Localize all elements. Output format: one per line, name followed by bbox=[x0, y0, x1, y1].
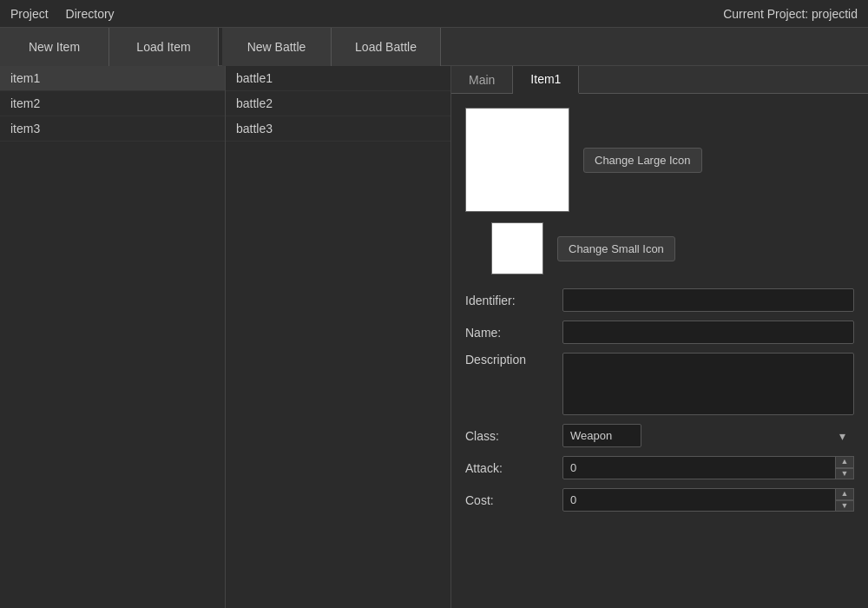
identifier-label: Identifier: bbox=[465, 294, 552, 307]
change-small-icon-button[interactable]: Change Small Icon bbox=[557, 236, 675, 261]
name-row: Name: bbox=[465, 321, 854, 344]
description-row: Description bbox=[465, 353, 854, 415]
tab-main[interactable]: Main bbox=[451, 66, 513, 94]
list-item[interactable]: battle3 bbox=[226, 116, 450, 142]
menu-directory[interactable]: Directory bbox=[66, 7, 115, 21]
attack-down-arrow[interactable]: ▼ bbox=[835, 468, 854, 480]
item-list-panel: item1 item2 item3 bbox=[0, 66, 226, 608]
small-icon-preview bbox=[491, 222, 543, 274]
list-item[interactable]: item1 bbox=[0, 66, 225, 91]
list-item[interactable]: battle2 bbox=[226, 91, 450, 116]
description-input[interactable] bbox=[562, 353, 854, 415]
toolbar: New Item Load Item New Battle Load Battl… bbox=[0, 28, 868, 66]
item-editor: Change Large Icon Change Small Icon Iden… bbox=[451, 94, 868, 608]
class-label: Class: bbox=[465, 429, 552, 443]
content-panel: Main Item1 Change Large Icon Change Smal… bbox=[451, 66, 868, 608]
battle-list-panel: battle1 battle2 battle3 bbox=[226, 66, 451, 608]
current-project-label: Current Project: projectid bbox=[723, 7, 858, 21]
large-icon-row: Change Large Icon bbox=[465, 108, 702, 212]
class-select-wrapper: Weapon Armor Accessory Consumable bbox=[562, 424, 854, 447]
attack-up-arrow[interactable]: ▲ bbox=[835, 456, 854, 468]
attack-label: Attack: bbox=[465, 461, 552, 475]
cost-up-arrow[interactable]: ▲ bbox=[835, 488, 854, 500]
load-item-button[interactable]: Load Item bbox=[109, 28, 219, 66]
menu-left: Project Directory bbox=[10, 7, 115, 21]
menu-bar: Project Directory Current Project: proje… bbox=[0, 0, 868, 28]
change-large-icon-button[interactable]: Change Large Icon bbox=[583, 148, 702, 173]
tabs: Main Item1 bbox=[451, 66, 868, 94]
cost-row: Cost: ▲ ▼ bbox=[465, 488, 854, 512]
cost-label: Cost: bbox=[465, 493, 552, 507]
list-item[interactable]: battle1 bbox=[226, 66, 450, 91]
description-label: Description bbox=[465, 353, 552, 367]
cost-spinbox-wrapper: ▲ ▼ bbox=[562, 488, 854, 512]
large-icon-preview bbox=[465, 108, 569, 212]
identifier-input[interactable] bbox=[562, 288, 854, 312]
icons-section: Change Large Icon Change Small Icon bbox=[465, 108, 854, 274]
icons-stack: Change Large Icon Change Small Icon bbox=[465, 108, 702, 274]
name-input[interactable] bbox=[562, 321, 854, 344]
load-battle-button[interactable]: Load Battle bbox=[332, 28, 441, 66]
new-battle-button[interactable]: New Battle bbox=[222, 28, 332, 66]
small-icon-row: Change Small Icon bbox=[491, 222, 702, 274]
new-item-button[interactable]: New Item bbox=[0, 28, 109, 66]
cost-input[interactable] bbox=[562, 488, 854, 512]
tab-item1[interactable]: Item1 bbox=[513, 66, 579, 94]
class-select[interactable]: Weapon Armor Accessory Consumable bbox=[562, 424, 641, 447]
attack-spinbox-wrapper: ▲ ▼ bbox=[562, 456, 854, 479]
list-item[interactable]: item2 bbox=[0, 91, 225, 116]
class-row: Class: Weapon Armor Accessory Consumable bbox=[465, 424, 854, 447]
list-item[interactable]: item3 bbox=[0, 116, 225, 142]
cost-spinbox-arrows: ▲ ▼ bbox=[835, 488, 854, 512]
identifier-row: Identifier: bbox=[465, 288, 854, 312]
main-layout: item1 item2 item3 battle1 battle2 battle… bbox=[0, 66, 868, 608]
name-label: Name: bbox=[465, 326, 552, 340]
cost-down-arrow[interactable]: ▼ bbox=[835, 500, 854, 512]
attack-row: Attack: ▲ ▼ bbox=[465, 456, 854, 479]
attack-spinbox-arrows: ▲ ▼ bbox=[835, 456, 854, 479]
menu-project[interactable]: Project bbox=[10, 7, 49, 21]
attack-input[interactable] bbox=[562, 456, 854, 479]
